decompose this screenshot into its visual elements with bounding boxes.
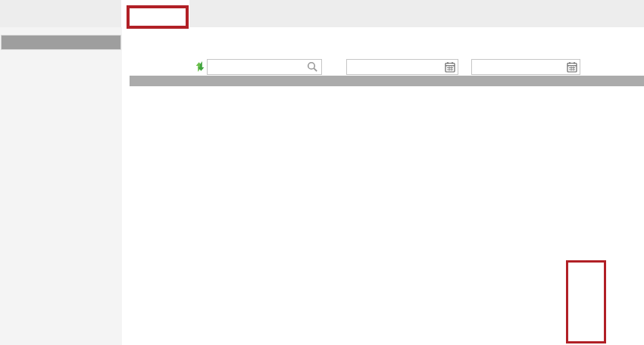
refresh-icon[interactable] — [195, 61, 205, 73]
search-icon[interactable] — [307, 61, 318, 73]
table-header — [130, 76, 644, 86]
statistics-panel — [1, 35, 121, 50]
calendar-icon-to[interactable] — [567, 61, 577, 73]
to-date-input[interactable] — [471, 59, 580, 75]
annotation-box-clean-actions — [566, 260, 606, 343]
filter-bar — [122, 33, 644, 53]
search-input[interactable] — [207, 59, 322, 75]
annotation-box-dataflows — [127, 5, 189, 29]
from-date-input[interactable] — [346, 59, 458, 75]
top-tab-bar — [0, 0, 644, 27]
statistics-title — [2, 36, 120, 49]
calendar-icon-from[interactable] — [445, 61, 455, 73]
